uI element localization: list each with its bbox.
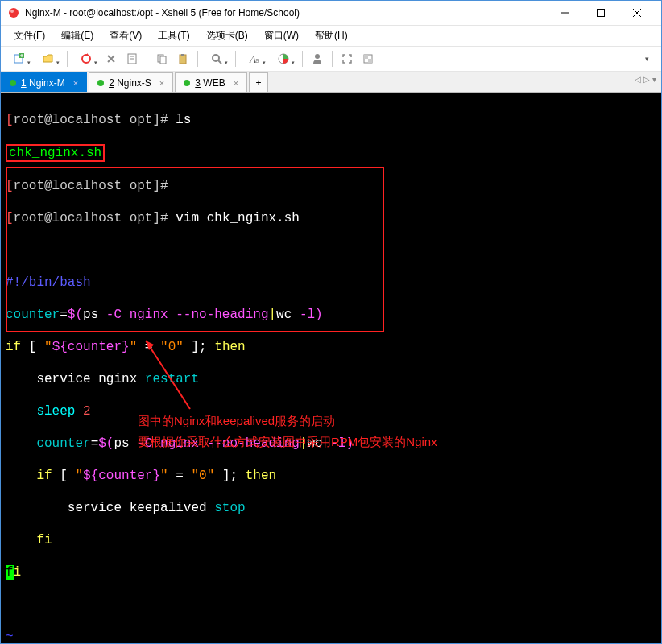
transparent-button[interactable] xyxy=(358,49,378,68)
new-session-button[interactable] xyxy=(6,49,33,68)
svg-point-1 xyxy=(10,10,14,13)
svg-rect-28 xyxy=(368,59,372,63)
annotation-text: 图中的Nginx和keepalived服务的启动 要根据你采取什么方式安装图中采… xyxy=(138,411,437,452)
menu-file[interactable]: 文件(F) xyxy=(7,27,52,44)
terminal-line: if [ "${counter}" = "0" ]; then xyxy=(6,339,656,355)
terminal-line: if [ "${counter}" = "0" ]; then xyxy=(6,468,656,484)
menu-help[interactable]: 帮助(H) xyxy=(308,27,354,44)
status-dot-icon xyxy=(184,80,190,86)
tab-new-button[interactable]: + xyxy=(249,72,268,92)
svg-rect-3 xyxy=(597,10,604,17)
user-button[interactable] xyxy=(308,49,327,68)
tab-nav[interactable]: ◁ ▷ ▾ xyxy=(635,75,656,84)
tab-label: 1 Nginx-M xyxy=(21,77,65,89)
svg-point-20 xyxy=(213,55,219,61)
terminal-line xyxy=(6,242,656,258)
fullscreen-button[interactable] xyxy=(337,49,357,68)
terminal-line: #!/bin/bash xyxy=(6,275,656,291)
menu-tools[interactable]: 工具(T) xyxy=(151,27,196,44)
svg-text:a: a xyxy=(255,56,259,64)
menu-window[interactable]: 窗口(W) xyxy=(258,27,305,44)
status-dot-icon xyxy=(97,80,104,86)
terminal-line: service nginx restart xyxy=(6,371,656,387)
svg-point-25 xyxy=(315,54,320,59)
close-button[interactable] xyxy=(619,1,655,25)
toolbar-sep xyxy=(302,51,303,67)
toolbar: Aa ▾ xyxy=(1,46,661,72)
window-title: Nginx-M - root@localhost:/opt - Xshell 5… xyxy=(25,7,546,19)
toolbar-sep xyxy=(147,51,147,67)
terminal-line: [root@localhost opt]# ls xyxy=(6,112,656,128)
terminal[interactable]: [root@localhost opt]# ls chk_nginx.sh [r… xyxy=(1,93,661,643)
tab-label: 3 WEB xyxy=(195,77,225,89)
svg-line-21 xyxy=(218,60,221,64)
terminal-line xyxy=(6,597,656,613)
tab-close-icon[interactable]: × xyxy=(159,78,164,88)
copy-button[interactable] xyxy=(152,49,172,68)
font-button[interactable]: Aa xyxy=(241,49,268,68)
minimize-button[interactable] xyxy=(546,1,582,25)
terminal-line: [root@localhost opt]# xyxy=(6,178,656,194)
disconnect-button[interactable] xyxy=(101,49,121,68)
reconnect-button[interactable] xyxy=(72,49,100,68)
menubar: 文件(F) 编辑(E) 查看(V) 工具(T) 选项卡(B) 窗口(W) 帮助(… xyxy=(1,25,661,46)
app-icon xyxy=(7,6,20,19)
terminal-line: [root@localhost opt]# vim chk_nginx.sh xyxy=(6,210,656,226)
tab-nginx-s[interactable]: 2 Nginx-S × xyxy=(89,72,173,92)
terminal-line: counter=$(ps -C nginx --no-heading|wc -l… xyxy=(6,307,656,323)
svg-point-0 xyxy=(9,8,19,18)
tab-close-icon[interactable]: × xyxy=(234,78,238,88)
titlebar: Nginx-M - root@localhost:/opt - Xshell 5… xyxy=(1,1,661,25)
maximize-button[interactable] xyxy=(582,1,619,25)
tab-nginx-m[interactable]: 1 Nginx-M × xyxy=(1,72,87,92)
toolbar-sep xyxy=(67,51,68,67)
terminal-line: chk_nginx.sh xyxy=(6,144,656,162)
properties-button[interactable] xyxy=(122,49,142,68)
svg-point-10 xyxy=(82,55,90,63)
vim-tilde: ~ xyxy=(6,629,656,643)
svg-rect-19 xyxy=(181,54,184,56)
tabbar: 1 Nginx-M × 2 Nginx-S × 3 WEB × + ◁ ▷ ▾ xyxy=(1,72,661,93)
svg-rect-17 xyxy=(160,56,166,64)
menu-tabs[interactable]: 选项卡(B) xyxy=(200,27,254,44)
tab-close-icon[interactable]: × xyxy=(73,78,78,88)
terminal-line: fi xyxy=(6,564,656,580)
toolbar-sep xyxy=(197,51,198,67)
terminal-line: service keepalived stop xyxy=(6,500,656,516)
status-dot-icon xyxy=(10,80,16,86)
toolbar-overflow[interactable]: ▾ xyxy=(637,49,656,68)
tab-web[interactable]: 3 WEB × xyxy=(175,72,247,92)
toolbar-sep xyxy=(235,51,236,67)
tab-label: 2 Nginx-S xyxy=(109,77,151,89)
paste-button[interactable] xyxy=(173,49,192,68)
open-button[interactable] xyxy=(35,49,62,68)
color-button[interactable] xyxy=(270,49,297,68)
terminal-line: fi xyxy=(6,532,656,548)
menu-edit[interactable]: 编辑(E) xyxy=(55,27,100,44)
svg-rect-27 xyxy=(364,55,368,59)
menu-view[interactable]: 查看(V) xyxy=(103,27,148,44)
find-button[interactable] xyxy=(203,49,230,68)
toolbar-sep xyxy=(332,51,333,67)
